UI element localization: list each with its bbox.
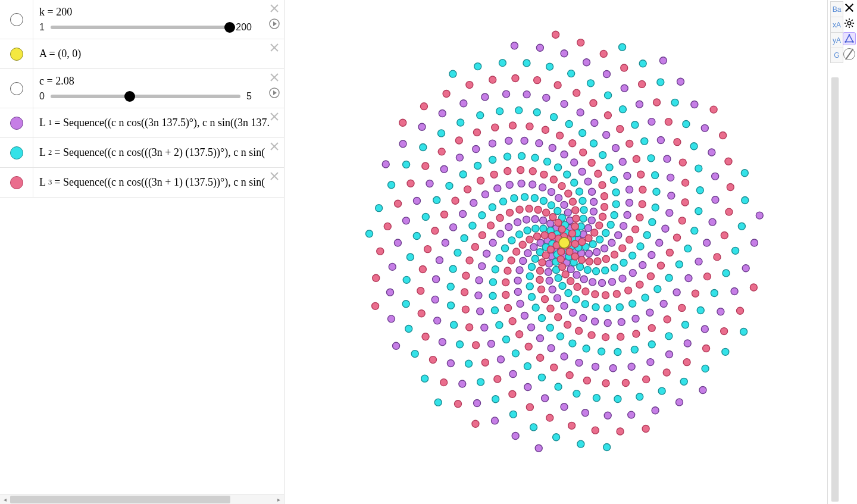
point-A[interactable] <box>559 237 570 248</box>
svg-point-287 <box>531 154 539 161</box>
svg-point-118 <box>668 192 675 199</box>
svg-point-530 <box>604 112 611 119</box>
svg-point-47 <box>549 286 556 293</box>
play-icon[interactable] <box>268 18 280 30</box>
visibility-toggle[interactable] <box>0 138 33 167</box>
svg-point-188 <box>536 44 543 51</box>
swatch-icon <box>10 117 23 130</box>
svg-point-67 <box>514 289 521 296</box>
scroll-left-icon[interactable]: ◂ <box>0 494 10 504</box>
svg-point-357 <box>406 253 414 261</box>
svg-point-556 <box>714 253 721 261</box>
svg-point-488 <box>639 201 646 208</box>
vertical-scrollbar[interactable] <box>831 77 839 502</box>
svg-point-136 <box>509 371 517 378</box>
svg-point-109 <box>561 353 568 360</box>
horizontal-scrollbar[interactable]: ◂ ▸ <box>0 494 284 504</box>
algebra-row-A[interactable]: A = (0, 0) <box>0 39 284 69</box>
visibility-toggle[interactable] <box>0 108 33 137</box>
visibility-toggle[interactable] <box>0 39 33 68</box>
settings-gear-icon[interactable] <box>843 17 856 30</box>
svg-point-525 <box>441 211 448 218</box>
svg-point-81 <box>521 312 528 319</box>
slider-min: 1 <box>39 22 45 33</box>
svg-point-451 <box>538 286 545 293</box>
slider-track[interactable] <box>51 26 230 29</box>
svg-point-272 <box>612 189 620 196</box>
visibility-toggle[interactable] <box>0 0 33 39</box>
svg-point-345 <box>573 390 580 397</box>
view-tab[interactable]: G <box>830 48 843 63</box>
algebra-row-L1[interactable]: L1 = Sequence((c n cos((3n 137.5)°), c n… <box>0 108 284 138</box>
delete-icon[interactable] <box>268 111 280 123</box>
graphics-view[interactable] <box>284 0 827 504</box>
svg-point-501 <box>657 262 664 269</box>
svg-point-99 <box>536 140 543 147</box>
svg-point-101 <box>475 292 482 299</box>
svg-point-396 <box>619 43 626 51</box>
svg-point-257 <box>611 264 618 271</box>
svg-point-391 <box>376 205 383 212</box>
svg-point-339 <box>665 333 673 340</box>
svg-line-608 <box>852 26 853 27</box>
svg-point-601 <box>372 302 379 309</box>
svg-point-312 <box>665 274 673 281</box>
scroll-right-icon[interactable]: ▸ <box>274 494 284 504</box>
delete-icon[interactable] <box>268 71 280 83</box>
row-body: L3 = Sequence((c n cos(((3n + 1) (137.5)… <box>33 168 284 197</box>
svg-point-283 <box>546 324 553 331</box>
svg-point-78 <box>571 159 578 166</box>
view-tab[interactable]: xA <box>830 17 843 32</box>
scrollbar-thumb[interactable] <box>831 77 839 502</box>
visibility-toggle[interactable] <box>0 168 33 197</box>
slider-thumb[interactable] <box>224 22 235 33</box>
view-tab[interactable]: Ba <box>830 1 843 17</box>
close-icon[interactable] <box>843 1 856 14</box>
svg-point-268 <box>496 255 503 262</box>
null-set-icon[interactable] <box>843 48 856 61</box>
algebra-row-c[interactable]: c = 2.08 0 5 <box>0 69 284 108</box>
svg-point-552 <box>438 148 445 155</box>
svg-point-306 <box>653 188 660 195</box>
svg-point-256 <box>573 296 580 303</box>
view-tab[interactable]: yA <box>830 32 843 48</box>
side-panel: Ba xA yA G <box>827 0 857 504</box>
svg-point-185 <box>652 407 659 414</box>
svg-point-150 <box>542 395 549 402</box>
svg-point-577 <box>727 183 734 190</box>
algebra-row-k[interactable]: k = 200 1 200 <box>0 0 284 39</box>
delete-icon[interactable] <box>268 140 280 152</box>
svg-point-449 <box>526 205 533 212</box>
svg-point-175 <box>439 109 446 117</box>
delete-icon[interactable] <box>268 2 280 14</box>
svg-point-74 <box>517 300 524 307</box>
svg-point-506 <box>525 343 532 350</box>
slider-track[interactable] <box>51 95 240 98</box>
svg-point-452 <box>582 288 589 295</box>
algebra-row-L2[interactable]: L2 = Sequence((c n cos(((3n + 2) (137.5)… <box>0 138 284 168</box>
svg-point-290 <box>557 333 564 340</box>
svg-point-102 <box>548 345 555 352</box>
slider-thumb[interactable] <box>124 91 135 102</box>
slider-c[interactable]: 0 5 <box>39 91 278 102</box>
visibility-toggle[interactable] <box>0 69 33 108</box>
row-action-icons <box>268 170 280 182</box>
svg-point-499 <box>516 331 523 338</box>
svg-point-124 <box>673 289 680 296</box>
svg-point-427 <box>573 215 580 222</box>
delete-icon[interactable] <box>268 42 280 54</box>
play-icon[interactable] <box>268 87 280 99</box>
algebra-row-L3[interactable]: L3 = Sequence((c n cos(((3n + 1) (137.5)… <box>0 168 284 198</box>
svg-point-28 <box>586 250 593 257</box>
plot-canvas[interactable] <box>284 0 827 504</box>
svg-point-549 <box>703 273 711 280</box>
scrollbar-thumb[interactable] <box>10 496 230 503</box>
svg-point-329 <box>446 182 453 189</box>
svg-point-266 <box>564 171 571 178</box>
row-action-icons <box>268 42 280 54</box>
geometry-mode-icon[interactable] <box>843 32 856 45</box>
svg-point-591 <box>720 132 727 139</box>
svg-point-259 <box>571 179 578 186</box>
delete-icon[interactable] <box>268 170 280 182</box>
slider-k[interactable]: 1 200 <box>39 22 278 33</box>
